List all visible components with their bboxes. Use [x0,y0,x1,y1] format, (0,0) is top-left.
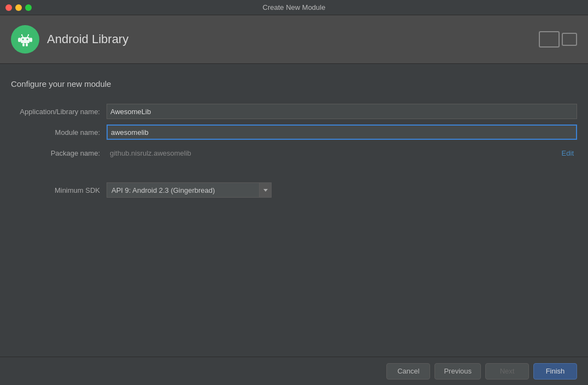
module-icon-right [562,33,577,46]
finish-button[interactable]: Finish [533,363,577,380]
dropdown-arrow-button[interactable] [260,182,272,198]
dialog-footer: Cancel Previous Next Finish [0,357,588,385]
package-name-label: Package name: [11,149,107,157]
minimum-sdk-select[interactable]: API 9: Android 2.3 (Gingerbread) [107,182,260,198]
minimum-sdk-label: Minimum SDK [11,186,107,194]
window-title: Create New Module [263,3,326,11]
minimum-sdk-row: Minimum SDK API 9: Android 2.3 (Gingerbr… [11,182,577,198]
app-library-label: Application/Library name: [11,108,107,116]
dialog-content: Configure your new module Application/Li… [0,64,588,214]
svg-rect-11 [26,43,28,46]
svg-rect-8 [18,38,21,42]
window-controls[interactable] [5,4,32,11]
close-button[interactable] [5,4,12,11]
module-name-input[interactable] [107,125,577,140]
svg-point-6 [21,34,22,35]
header-module-icon [539,31,577,48]
svg-point-2 [22,39,24,40]
form-area: Application/Library name: Module name: P… [11,104,577,198]
module-name-label: Module name: [11,128,107,137]
app-library-row: Application/Library name: [11,104,577,119]
section-title: Configure your new module [11,79,577,88]
svg-rect-9 [30,38,32,42]
module-icon-left [539,31,560,48]
previous-button[interactable]: Previous [434,363,481,380]
package-name-value-area: github.nisrulz.awesomelib Edit [107,145,577,161]
module-name-row: Module name: [11,125,577,140]
svg-rect-1 [21,37,30,43]
header-left: Android Library [11,25,128,54]
svg-point-7 [28,34,29,35]
minimize-button[interactable] [15,4,22,11]
svg-point-3 [27,39,28,40]
cancel-button[interactable]: Cancel [386,363,430,380]
app-library-input[interactable] [107,104,577,119]
chevron-down-icon [263,189,268,192]
title-bar: Create New Module [0,0,588,15]
edit-package-link[interactable]: Edit [562,149,574,157]
dialog-header: Android Library [0,15,588,64]
package-name-row: Package name: github.nisrulz.awesomelib … [11,145,577,161]
android-logo-icon [11,25,39,54]
next-button[interactable]: Next [485,363,529,380]
sdk-dropdown-wrapper: API 9: Android 2.3 (Gingerbread) [107,182,272,198]
svg-rect-10 [22,43,25,46]
package-name-text: github.nisrulz.awesomelib [110,149,191,157]
maximize-button[interactable] [25,4,32,11]
header-title: Android Library [47,32,128,46]
